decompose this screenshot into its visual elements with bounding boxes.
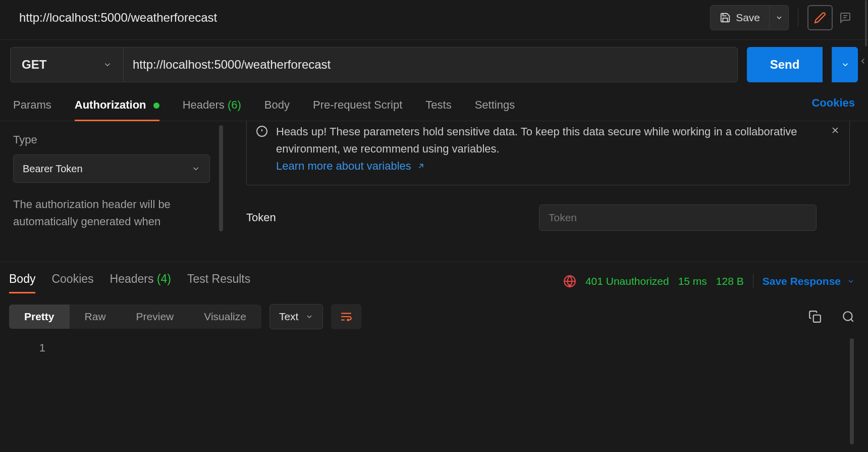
save-button[interactable]: Save — [710, 5, 770, 30]
auth-type-select[interactable]: Bearer Token — [13, 155, 210, 183]
request-tabs: Params Authorization Headers (6) Body Pr… — [0, 89, 868, 121]
resp-tab-test-results[interactable]: Test Results — [187, 269, 250, 293]
authorization-panel: Type Bearer Token The authorization head… — [0, 121, 868, 262]
comment-button[interactable] — [833, 5, 858, 30]
response-tabs: Body Cookies Headers (4) Test Results 40… — [0, 262, 868, 293]
chevron-down-icon — [191, 164, 200, 173]
search-button[interactable] — [842, 310, 855, 323]
resp-tab-headers[interactable]: Headers (4) — [110, 269, 171, 293]
svg-rect-12 — [813, 315, 821, 322]
tab-authorization[interactable]: Authorization — [75, 94, 159, 121]
notice-text: Heads up! These parameters hold sensitiv… — [276, 123, 822, 175]
response-status: 401 Unauthorized — [585, 275, 669, 287]
copy-button[interactable] — [808, 310, 822, 323]
url-input[interactable] — [123, 47, 738, 82]
copy-icon — [808, 310, 822, 323]
chevron-left-icon[interactable] — [858, 57, 867, 66]
request-title: http://localhost:5000/weatherforecast — [19, 11, 217, 25]
notice-main: Heads up! These parameters hold sensitiv… — [276, 125, 797, 155]
auth-left-pane: Type Bearer Token The authorization head… — [0, 121, 223, 262]
divider — [753, 274, 753, 288]
edit-button[interactable] — [807, 5, 833, 30]
token-label: Token — [246, 211, 539, 224]
topbar-actions: Save — [710, 5, 858, 30]
chevron-down-icon — [305, 313, 313, 321]
resp-headers-count: (4) — [157, 272, 171, 285]
svg-line-14 — [851, 319, 853, 322]
method-label: GET — [22, 58, 46, 72]
save-response-button[interactable]: Save Response — [763, 275, 855, 287]
comment-icon — [839, 12, 851, 24]
tab-params[interactable]: Params — [13, 94, 51, 121]
save-icon — [720, 12, 731, 23]
wrap-lines-button[interactable] — [331, 304, 361, 329]
save-response-label: Save Response — [763, 275, 841, 287]
status-dot-icon — [153, 103, 159, 109]
tab-settings[interactable]: Settings — [475, 94, 515, 121]
right-edge — [858, 0, 868, 452]
tab-authorization-label: Authorization — [75, 98, 146, 111]
view-segment: Pretty Raw Preview Visualize — [9, 305, 261, 329]
tab-tests[interactable]: Tests — [425, 94, 451, 121]
request-row: GET Send — [0, 40, 868, 89]
close-icon — [830, 125, 840, 135]
auth-type-value: Bearer Token — [23, 163, 83, 175]
response-body[interactable]: 1 — [0, 337, 868, 355]
view-visualize[interactable]: Visualize — [189, 305, 261, 329]
chevron-down-icon — [775, 14, 783, 22]
method-select[interactable]: GET — [10, 47, 123, 82]
response-meta: 401 Unauthorized 15 ms 128 B Save Respon… — [563, 274, 855, 288]
send-button[interactable]: Send — [747, 47, 823, 82]
chevron-down-icon — [841, 60, 850, 69]
token-row: Token — [246, 205, 850, 231]
line-number: 1 — [25, 341, 45, 355]
content-type-label: Text — [279, 311, 299, 323]
search-icon — [842, 310, 855, 323]
right-edge-scrollbar[interactable] — [865, 0, 867, 46]
body-toolbar: Pretty Raw Preview Visualize Text — [0, 293, 868, 337]
learn-more-link[interactable]: Learn more about variables — [276, 160, 425, 172]
notice-close-button[interactable] — [830, 125, 840, 135]
wrap-icon — [340, 310, 353, 323]
resp-tab-body[interactable]: Body — [9, 269, 35, 293]
resp-tab-cookies[interactable]: Cookies — [51, 269, 93, 293]
response-size: 128 B — [716, 275, 744, 287]
cookies-link[interactable]: Cookies — [811, 96, 855, 119]
tab-body[interactable]: Body — [264, 94, 290, 121]
send-dropdown[interactable] — [832, 47, 858, 82]
save-button-label: Save — [736, 12, 760, 24]
svg-line-5 — [419, 164, 423, 168]
auth-desc: The authorization header will be automat… — [13, 196, 210, 230]
content-type-select[interactable]: Text — [269, 304, 323, 329]
response-scrollbar[interactable] — [850, 338, 854, 444]
security-notice: Heads up! These parameters hold sensitiv… — [246, 121, 850, 185]
body-toolbar-right — [808, 310, 855, 323]
save-dropdown[interactable] — [770, 5, 789, 30]
svg-point-13 — [843, 312, 852, 320]
chevron-down-icon — [847, 277, 855, 285]
token-input[interactable] — [539, 205, 817, 231]
learn-more-label: Learn more about variables — [276, 160, 411, 172]
tab-headers[interactable]: Headers (6) — [183, 94, 241, 121]
external-link-icon — [416, 162, 425, 171]
resp-tab-headers-label: Headers — [110, 272, 154, 285]
scrollbar[interactable] — [219, 125, 223, 231]
view-preview[interactable]: Preview — [121, 305, 189, 329]
divider — [798, 9, 798, 27]
tab-pre-request[interactable]: Pre-request Script — [313, 94, 402, 121]
auth-right-pane: Heads up! These parameters hold sensitiv… — [223, 121, 868, 262]
globe-error-icon — [563, 275, 576, 288]
chevron-down-icon — [103, 60, 112, 69]
view-raw[interactable]: Raw — [70, 305, 121, 329]
auth-type-label: Type — [13, 133, 210, 146]
headers-count: (6) — [228, 98, 241, 111]
pencil-icon — [814, 12, 826, 24]
info-icon — [256, 125, 268, 137]
view-pretty[interactable]: Pretty — [9, 305, 70, 329]
tab-headers-label: Headers — [183, 98, 225, 111]
response-time: 15 ms — [678, 275, 707, 287]
